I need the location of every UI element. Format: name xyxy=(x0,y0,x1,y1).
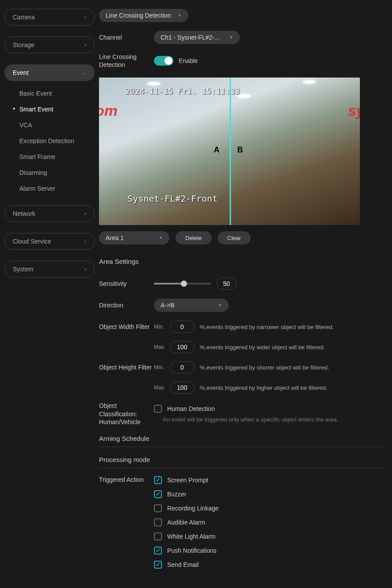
select-value: A->B xyxy=(161,302,175,309)
nav-storage[interactable]: Storage › xyxy=(4,37,95,53)
send-email-checkbox[interactable] xyxy=(154,561,162,569)
ceiling-light-icon xyxy=(147,82,161,85)
nav-label: System xyxy=(13,266,33,273)
detection-type-select[interactable]: Line Crossing Detection ▼ xyxy=(99,9,188,22)
preview-timestamp: 2024-11-15 Fri. 15:11:33 xyxy=(125,86,240,96)
max-label: Max. xyxy=(154,385,170,391)
sidebar: Camera › Storage › Event ⌄ Basic Event S… xyxy=(0,0,99,588)
sub-vca[interactable]: VCA xyxy=(4,117,95,133)
clear-button[interactable]: Clear xyxy=(218,231,251,244)
action-label: Push Notifications xyxy=(167,547,216,554)
direction-select[interactable]: A->B ▼ xyxy=(154,299,229,312)
action-label: Audible Alarm xyxy=(167,519,205,526)
arming-schedule-title[interactable]: Arming Schedule xyxy=(99,435,388,447)
width-filter-label: Object Width Filter xyxy=(99,323,154,330)
nav-label: Event xyxy=(13,69,29,76)
chevron-down-icon: ⌄ xyxy=(82,70,86,76)
lcd-enable-toggle[interactable] xyxy=(154,56,173,66)
push-notifications-checkbox[interactable] xyxy=(154,547,162,555)
nav-cloud-service[interactable]: Cloud Service › xyxy=(4,233,95,250)
sensitivity-slider[interactable] xyxy=(154,283,211,285)
height-min-input[interactable] xyxy=(170,361,194,374)
sensitivity-value[interactable]: 50 xyxy=(216,277,237,290)
chevron-right-icon: › xyxy=(84,14,86,20)
action-label: Screen Prompt xyxy=(167,477,208,484)
width-max-hint: %,events triggered by wider object will … xyxy=(200,344,325,351)
sub-disarming[interactable]: Disarming xyxy=(4,165,95,181)
screen-prompt-checkbox[interactable] xyxy=(154,476,162,484)
lcd-enable-text: Enable xyxy=(179,57,198,64)
chevron-right-icon: › xyxy=(84,238,86,244)
human-detection-checkbox[interactable] xyxy=(154,405,162,413)
triggered-action-label: Triggered Action xyxy=(99,476,154,483)
preview-camera-name: Sysnet-FL#2-Front xyxy=(128,193,218,204)
action-label: Buzzer xyxy=(167,491,187,498)
sub-smart-frame[interactable]: Smart Frame xyxy=(4,149,95,165)
caret-down-icon: ▼ xyxy=(159,236,163,240)
action-label: Recording Linkage xyxy=(167,505,219,512)
chevron-right-icon: › xyxy=(84,42,86,48)
delete-button[interactable]: Delete xyxy=(176,231,212,244)
nav-label: Camera xyxy=(13,14,35,21)
lcd-label: Line Crossing Detection xyxy=(99,53,154,69)
watermark-text: sysnetcenter.com xyxy=(99,102,117,119)
sub-smart-event[interactable]: Smart Event xyxy=(4,101,95,117)
ceiling-light-icon xyxy=(303,80,316,84)
nav-system[interactable]: System › xyxy=(4,261,95,277)
nav-label: Storage xyxy=(13,41,34,48)
min-label: Min. xyxy=(154,364,170,370)
slider-fill xyxy=(154,283,183,285)
action-label: White Light Alarm xyxy=(167,533,216,540)
select-value: Line Crossing Detection xyxy=(106,12,171,19)
white-light-alarm-checkbox[interactable] xyxy=(154,533,162,540)
sub-basic-event[interactable]: Basic Event xyxy=(4,85,95,101)
endpoint-a: A xyxy=(214,145,220,155)
buzzer-checkbox[interactable] xyxy=(154,490,162,498)
chevron-right-icon: › xyxy=(84,211,86,217)
watermark-text: sysnetcenter.com xyxy=(348,102,360,119)
height-max-input[interactable] xyxy=(170,381,194,394)
recording-linkage-checkbox[interactable] xyxy=(154,504,162,512)
classification-label: Object Classification: Human/Vehicle xyxy=(99,402,154,426)
direction-arrow-icon: → xyxy=(227,148,233,155)
width-min-input[interactable] xyxy=(170,321,194,333)
audible-alarm-checkbox[interactable] xyxy=(154,518,162,526)
height-min-hint: %,events triggered by shorter object wil… xyxy=(200,364,329,371)
min-label: Min. xyxy=(154,324,170,330)
select-value: Ch1 - Sysnet-FL#2-... xyxy=(161,34,220,41)
direction-label: Direction xyxy=(99,302,154,309)
sub-alarm-server[interactable]: Alarm Server xyxy=(4,181,95,196)
endpoint-b: B xyxy=(237,145,243,155)
slider-thumb[interactable] xyxy=(181,281,187,287)
classification-hint: An event will be triggered only when a s… xyxy=(163,416,338,423)
height-filter-label: Object Height Filter xyxy=(99,364,154,371)
select-value: Area 1 xyxy=(106,234,124,241)
area-select[interactable]: Area 1 ▼ xyxy=(99,231,169,244)
nav-network[interactable]: Network › xyxy=(4,205,95,222)
main-panel: Line Crossing Detection ▼ Channel Ch1 - … xyxy=(99,0,392,588)
caret-down-icon: ▼ xyxy=(178,13,182,18)
nav-event[interactable]: Event ⌄ xyxy=(4,64,95,81)
height-max-hint: %,events triggered by higher object will… xyxy=(200,385,327,391)
channel-select[interactable]: Ch1 - Sysnet-FL#2-... ▼ xyxy=(154,31,240,44)
action-label: Send Email xyxy=(167,561,199,568)
nav-label: Cloud Service xyxy=(13,238,51,245)
width-min-hint: %,events triggered by narrower object wi… xyxy=(200,324,334,330)
event-subitems: Basic Event Smart Event VCA Exception De… xyxy=(4,85,95,196)
caret-down-icon: ▼ xyxy=(229,35,233,40)
max-label: Max. xyxy=(154,344,170,350)
chevron-right-icon: › xyxy=(84,266,86,272)
caret-down-icon: ▼ xyxy=(218,303,222,307)
nav-label: Network xyxy=(13,210,35,217)
nav-camera[interactable]: Camera › xyxy=(4,9,95,26)
toggle-knob xyxy=(165,57,172,65)
area-settings-title: Area Settings xyxy=(99,258,388,270)
width-max-input[interactable] xyxy=(170,341,194,353)
processing-mode-title[interactable]: Processing mode xyxy=(99,456,388,468)
channel-label: Channel xyxy=(99,34,154,41)
sub-exception-detection[interactable]: Exception Detection xyxy=(4,133,95,149)
human-detection-label: Human Detection xyxy=(167,405,215,412)
camera-preview[interactable]: 2024-11-15 Fri. 15:11:33 sysnetcenter.co… xyxy=(99,78,360,225)
sensitivity-label: Sensitivity xyxy=(99,280,154,287)
